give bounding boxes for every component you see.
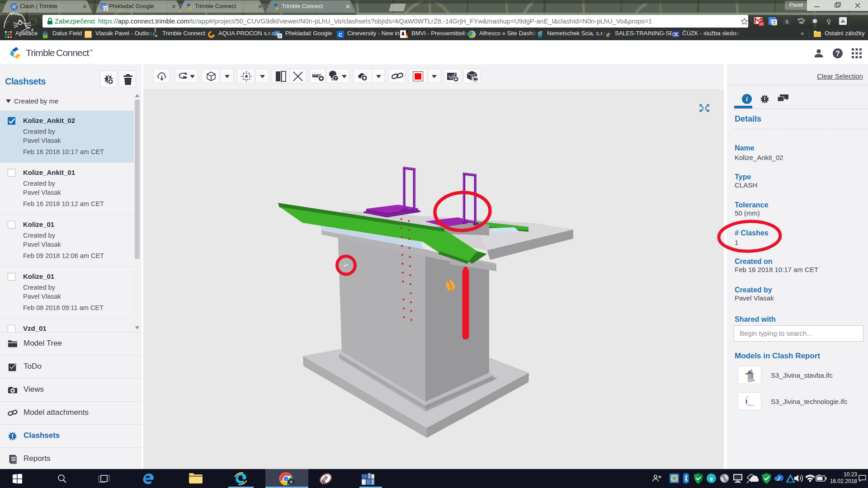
svg-text:文: 文: [278, 34, 282, 38]
svg-text:C: C: [675, 32, 679, 37]
svg-text:C: C: [339, 32, 342, 38]
svg-text:i: i: [746, 96, 748, 103]
svg-text:?: ?: [835, 50, 840, 57]
svg-text:10: 10: [759, 22, 764, 26]
svg-text:T: T: [335, 76, 337, 81]
svg-text:e: e: [710, 475, 712, 482]
svg-text:文: 文: [104, 7, 108, 11]
svg-text:S: S: [785, 19, 788, 25]
svg-text:文: 文: [772, 20, 777, 25]
